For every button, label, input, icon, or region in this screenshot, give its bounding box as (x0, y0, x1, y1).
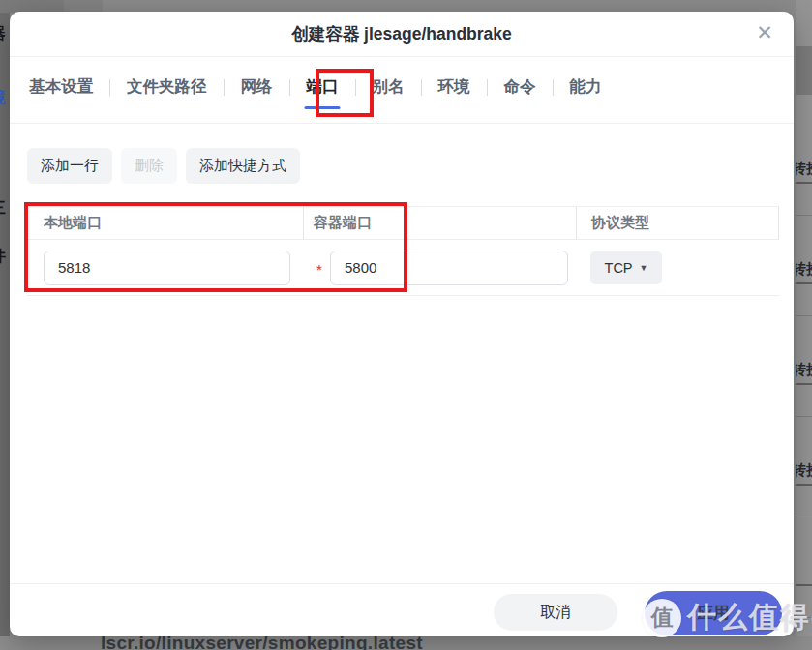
dialog-header: 创建容器 jlesage/handbrake ✕ (10, 12, 794, 57)
tab-ports[interactable]: 端口 (307, 71, 339, 109)
tab-separator (224, 79, 225, 96)
tab-separator (421, 79, 422, 96)
tab-folder-paths[interactable]: 文件夹路径 (127, 71, 207, 109)
container-port-cell: * (303, 240, 576, 295)
tab-capabilities[interactable]: 能力 (570, 71, 602, 109)
background-row-fragment: 转接 (796, 260, 812, 279)
delete-button[interactable]: 删除 (121, 148, 177, 184)
table-row: * TCP ▼ (27, 240, 779, 296)
clipped-glyph: 境 (0, 88, 6, 108)
tab-command[interactable]: 命令 (504, 71, 536, 109)
clipped-glyph: 器 (0, 24, 6, 44)
tab-separator (109, 79, 110, 96)
background-row-fragment: 转接 (796, 160, 812, 178)
create-container-dialog: 创建容器 jlesage/handbrake ✕ 基本设置 文件夹路径 网络 端… (10, 12, 794, 636)
protocol-cell: TCP ▼ (576, 240, 779, 295)
dimmed-background-left-strip: 器 境 o 三 井 纟 (0, 13, 10, 650)
tab-bar: 基本设置 文件夹路径 网络 端口 别名 环境 命令 能力 (10, 57, 794, 124)
table-header-row: 本地端口 容器端口 协议类型 (27, 206, 779, 240)
dimmed-background-bottom-strip: lscr.io/linuxserver/smokeping.latest (0, 636, 812, 650)
chevron-down-icon: ▼ (640, 263, 648, 273)
add-shortcut-button[interactable]: 添加快捷方式 (186, 148, 300, 184)
tab-separator (487, 79, 488, 96)
dialog-footer: 取消 应用 (10, 583, 794, 636)
protocol-select[interactable]: TCP ▼ (590, 251, 662, 284)
add-row-button[interactable]: 添加一行 (27, 148, 112, 184)
tab-basic-settings[interactable]: 基本设置 (29, 71, 93, 109)
clipped-glyph: 三 (0, 198, 6, 219)
dialog-title: 创建容器 jlesage/handbrake (291, 22, 512, 45)
cancel-button[interactable]: 取消 (494, 594, 617, 631)
required-asterisk: * (316, 261, 324, 278)
protocol-select-value: TCP (605, 260, 633, 276)
background-block (796, 46, 812, 95)
local-port-cell (27, 240, 303, 295)
dimmed-background-right-strip: 转接 转接 转接 转接 (796, 0, 812, 650)
clipped-glyph: 井 (0, 247, 6, 267)
container-port-input[interactable] (330, 251, 568, 285)
apply-button[interactable]: 应用 (645, 591, 782, 635)
tab-separator (553, 79, 554, 96)
tab-network[interactable]: 网络 (241, 71, 273, 109)
tab-separator (355, 79, 356, 96)
background-row-fragment: 转接 (796, 361, 812, 379)
local-port-input[interactable] (44, 251, 290, 285)
ports-table: 本地端口 容器端口 协议类型 * TCP ▼ (27, 206, 779, 296)
tab-ports-label: 端口 (307, 77, 339, 95)
tab-environment[interactable]: 环境 (438, 71, 470, 109)
tab-separator (289, 79, 290, 96)
active-tab-underline (305, 106, 341, 109)
background-image-name-text: lscr.io/linuxserver/smokeping.latest (101, 636, 423, 650)
tab-alias[interactable]: 别名 (373, 71, 405, 109)
column-header-protocol-type: 协议类型 (576, 207, 779, 239)
background-row-fragment: 转接 (796, 461, 812, 480)
column-header-container-port: 容器端口 (303, 207, 576, 239)
column-header-local-port: 本地端口 (27, 207, 303, 239)
clipped-glyph: 纟 (0, 312, 6, 333)
ports-toolbar: 添加一行 删除 添加快捷方式 (10, 124, 794, 184)
close-icon[interactable]: ✕ (751, 19, 778, 46)
